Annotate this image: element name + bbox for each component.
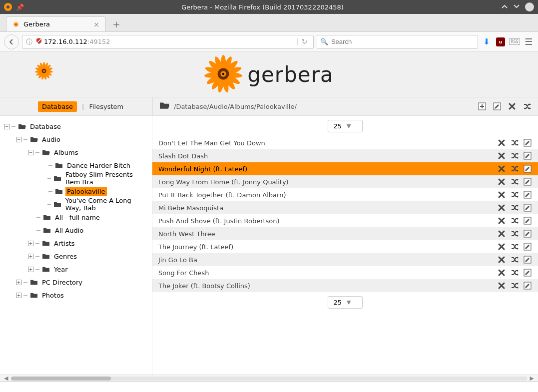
- tree-node-label[interactable]: You've Come A Long Way, Bab: [64, 196, 150, 212]
- item-row[interactable]: North West Three: [152, 227, 538, 240]
- shuffle-button[interactable]: [510, 268, 519, 277]
- item-row[interactable]: Push And Shove (ft. Justin Robertson): [152, 214, 538, 227]
- item-row[interactable]: Long Way From Home (ft. Jonny Quality): [152, 175, 538, 188]
- scroll-right-button[interactable]: ▶: [530, 375, 534, 382]
- tree-node[interactable]: All - full name: [2, 211, 150, 224]
- horizontal-scrollbar[interactable]: ◀ ▶: [0, 375, 538, 382]
- tree-node[interactable]: +Artists: [2, 237, 150, 250]
- scroll-thumb[interactable]: [11, 377, 111, 381]
- shuffle-button[interactable]: [510, 216, 519, 225]
- delete-button[interactable]: [497, 177, 506, 186]
- tree-node-label[interactable]: All - full name: [53, 213, 101, 222]
- tree-node-label[interactable]: Dance Harder Bitch: [65, 161, 132, 170]
- ublock-button[interactable]: u: [495, 36, 506, 47]
- tree-node[interactable]: +Year: [2, 263, 150, 276]
- downloads-button[interactable]: ⬇: [481, 36, 492, 47]
- tree-node-label[interactable]: Albums: [52, 148, 79, 157]
- tree-node-label[interactable]: Year: [52, 265, 69, 274]
- delete-button[interactable]: [497, 242, 506, 251]
- expand-icon[interactable]: +: [16, 293, 21, 298]
- minimize-button[interactable]: [501, 3, 508, 11]
- shuffle-button[interactable]: [510, 138, 519, 147]
- tree-node-label[interactable]: PC Directory: [40, 278, 84, 287]
- delete-button[interactable]: [497, 255, 506, 264]
- tree-node-label[interactable]: Database: [28, 122, 62, 131]
- tree-node-label[interactable]: Fatboy Slim Presents Bem Bra: [64, 170, 150, 186]
- new-tab-button[interactable]: +: [109, 19, 124, 29]
- collapse-icon[interactable]: −: [28, 150, 33, 155]
- scroll-track[interactable]: [11, 377, 527, 381]
- items-per-page-select-bottom[interactable]: 25 ▼: [328, 296, 362, 309]
- delete-button[interactable]: [497, 216, 506, 225]
- delete-item-button[interactable]: [507, 101, 517, 111]
- collapse-icon[interactable]: −: [16, 137, 21, 142]
- edit-button[interactable]: [523, 151, 532, 160]
- expand-icon[interactable]: +: [16, 280, 21, 285]
- edit-button[interactable]: [523, 190, 532, 199]
- tree-node-label[interactable]: Audio: [40, 135, 62, 144]
- close-button[interactable]: ✕: [525, 2, 534, 11]
- item-row[interactable]: Put It Back Together (ft. Damon Albarn): [152, 188, 538, 201]
- edit-button[interactable]: [523, 242, 532, 251]
- nav-database-button[interactable]: Database: [38, 101, 77, 112]
- pin-icon[interactable]: 📌: [16, 3, 24, 11]
- back-button[interactable]: [4, 34, 19, 49]
- maximize-button[interactable]: [513, 3, 520, 11]
- delete-button[interactable]: [497, 138, 506, 147]
- tree-node-label[interactable]: Genres: [52, 252, 78, 261]
- tree-node[interactable]: You've Come A Long Way, Bab: [2, 198, 150, 211]
- tree-node[interactable]: Fatboy Slim Presents Bem Bra: [2, 172, 150, 185]
- tree-node[interactable]: All Audio: [2, 224, 150, 237]
- tree-node-label[interactable]: Photos: [40, 291, 65, 300]
- edit-button[interactable]: [523, 203, 532, 212]
- delete-button[interactable]: [497, 229, 506, 238]
- address-bar[interactable]: ⓘ 172.16.0.112:49152 ↻: [22, 35, 314, 49]
- collapse-icon[interactable]: −: [4, 124, 9, 129]
- shuffle-button[interactable]: [510, 203, 519, 212]
- edit-button[interactable]: [523, 229, 532, 238]
- item-row[interactable]: Jin Go Lo Ba: [152, 253, 538, 266]
- item-row[interactable]: Song For Chesh: [152, 266, 538, 279]
- url-input[interactable]: [110, 38, 297, 45]
- shuffle-button[interactable]: [510, 151, 519, 160]
- expand-icon[interactable]: +: [28, 241, 33, 246]
- edit-button[interactable]: [523, 216, 532, 225]
- edit-button[interactable]: [523, 164, 532, 173]
- shuffle-button[interactable]: [510, 229, 519, 238]
- add-item-button[interactable]: [477, 101, 487, 111]
- edit-button[interactable]: [523, 281, 532, 290]
- tree-node-label[interactable]: All Audio: [53, 226, 85, 235]
- shuffle-button[interactable]: [510, 177, 519, 186]
- tree-node[interactable]: −Database: [2, 120, 150, 133]
- site-info-icon[interactable]: ⓘ: [26, 37, 32, 46]
- items-per-page-select[interactable]: 25 ▼: [328, 120, 362, 132]
- shuffle-button[interactable]: [510, 164, 519, 173]
- tracking-protection-icon[interactable]: [35, 37, 42, 46]
- delete-button[interactable]: [497, 268, 506, 277]
- shuffle-button[interactable]: [510, 281, 519, 290]
- tree-node-label[interactable]: Palookaville: [65, 187, 107, 196]
- item-row[interactable]: Wonderful Night (ft. Lateef): [152, 162, 538, 175]
- nav-filesystem-link[interactable]: Filesystem: [89, 103, 123, 110]
- delete-button[interactable]: [497, 190, 506, 199]
- tree-node[interactable]: −Albums: [2, 146, 150, 159]
- expand-icon[interactable]: +: [28, 267, 33, 272]
- item-row[interactable]: The Joker (ft. Bootsy Collins): [152, 279, 538, 292]
- delete-button[interactable]: [497, 203, 506, 212]
- expand-icon[interactable]: +: [28, 254, 33, 259]
- shuffle-button[interactable]: [510, 255, 519, 264]
- tree-node[interactable]: +Genres: [2, 250, 150, 263]
- menu-button[interactable]: ☰: [523, 36, 534, 47]
- delete-button[interactable]: [497, 151, 506, 160]
- tree-node[interactable]: +PC Directory: [2, 276, 150, 289]
- item-row[interactable]: Mi Bebe Masoquista: [152, 201, 538, 214]
- item-row[interactable]: Slash Dot Dash: [152, 149, 538, 162]
- reload-button[interactable]: ↻: [297, 38, 311, 45]
- scroll-left-button[interactable]: ◀: [4, 375, 8, 382]
- shuffle-all-button[interactable]: [522, 101, 532, 111]
- item-row[interactable]: Don't Let The Man Get You Down: [152, 136, 538, 149]
- edit-button[interactable]: [523, 138, 532, 147]
- shuffle-button[interactable]: [510, 242, 519, 251]
- rss-button[interactable]: RSS: [509, 36, 520, 47]
- item-row[interactable]: The Journey (ft. Lateef): [152, 240, 538, 253]
